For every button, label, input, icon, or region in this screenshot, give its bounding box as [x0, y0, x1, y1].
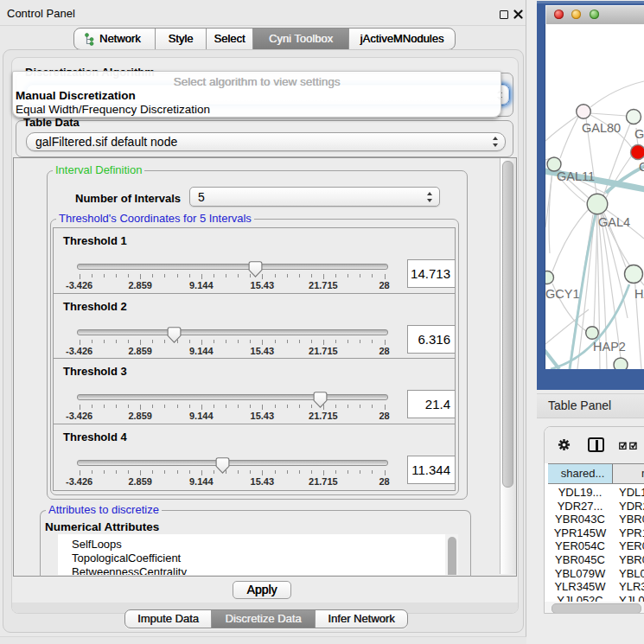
svg-text:GCY1: GCY1	[545, 287, 580, 301]
svg-text:GAL11: GAL11	[557, 169, 595, 183]
svg-text:HA: HA	[634, 287, 644, 301]
svg-text:GAL80: GAL80	[582, 121, 621, 135]
svg-text:GAL4: GAL4	[598, 215, 630, 229]
svg-text:HAP2: HAP2	[593, 340, 626, 354]
svg-text:G: G	[639, 160, 644, 174]
svg-text:GA: GA	[634, 127, 644, 141]
